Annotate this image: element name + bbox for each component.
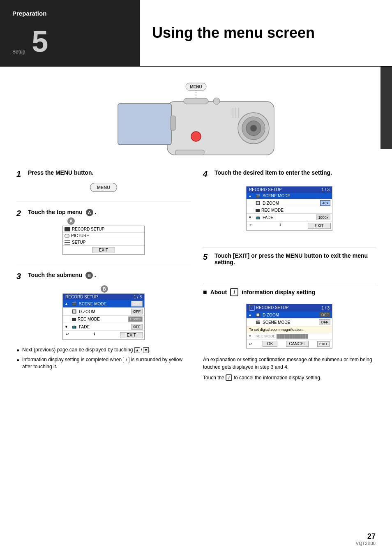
step-2-header: 2 Touch the top menu A . xyxy=(16,209,191,218)
about-diag-row-dzoom: ▲ 🔲 D.ZOOM OFF xyxy=(247,312,332,319)
menu-a-exit-btn[interactable]: EXIT xyxy=(92,247,115,253)
svg-point-12 xyxy=(191,132,201,141)
bullet-2: ● Information display setting is complet… xyxy=(16,356,191,370)
step-3-header: 3 Touch the submenu B . xyxy=(16,272,191,281)
header-left-panel: Preparation Setup 5 xyxy=(0,0,140,66)
menu-button-oval: MENU xyxy=(90,183,117,192)
ok-button[interactable]: OK xyxy=(263,341,277,347)
page-title: Using the menu screen xyxy=(152,24,315,42)
cancel-button[interactable]: CANCEL xyxy=(286,341,309,347)
menu-a-diagram-wrapper: A RECORD SETUP PICTURE SET xyxy=(16,222,191,258)
camera-diagram: MENU xyxy=(93,77,299,159)
preparation-label: Preparation xyxy=(12,10,127,17)
svg-rect-13 xyxy=(175,150,204,155)
info-square-icon: i xyxy=(230,288,238,296)
header-right-panel: Using the menu screen xyxy=(140,0,392,66)
circle-b-icon: B xyxy=(101,285,108,293)
step-2-text: Touch the top menu A . xyxy=(28,209,96,216)
step-4-row-fade: ▼ 📺 FADE 1000x xyxy=(247,214,332,222)
left-column: 1 Press the MENU button. MENU 2 Touch th… xyxy=(16,169,191,385)
step-4-exit-row: ↩ ℹ EXIT xyxy=(247,222,332,230)
step-4-exit-btn[interactable]: EXIT xyxy=(308,223,331,229)
menu-a-row-picture: PICTURE xyxy=(63,233,144,239)
about-diag-info-text: To set digital zoom magnification. xyxy=(247,326,332,333)
picture-icon xyxy=(65,234,69,238)
info-square-icon-2: i xyxy=(226,374,232,381)
label-a: A xyxy=(86,209,93,216)
menu-b-diagram-container: B RECORD SETUP 1 / 3 ▲ 🎬 SCENE MODE OFF xyxy=(16,285,191,343)
setup-icon xyxy=(65,240,70,245)
record-setup-icon xyxy=(65,227,70,231)
step-4-row-scene: ▲ 🎬 SCENE MODE xyxy=(247,193,332,199)
about-info-icon: i xyxy=(249,305,255,311)
about-header: ■ About i information display setting xyxy=(203,288,376,296)
svg-text:MENU: MENU xyxy=(190,85,202,89)
step-5-number: 5 xyxy=(203,252,211,262)
page-footer: 27 VQT2B30 xyxy=(356,532,376,546)
menu-a-exit-row: EXIT xyxy=(63,246,144,254)
step-3-number: 3 xyxy=(16,272,25,281)
step-4-diagram-wrapper: RECORD SETUP 1 / 3 ▲ 🎬 SCENE MODE 🔲 D.ZO… xyxy=(203,183,376,234)
label-b: B xyxy=(85,272,93,279)
menu-b-exit-btn[interactable]: EXIT xyxy=(120,332,143,338)
step-4-row-rec: REC MODE xyxy=(247,207,332,214)
about-diag-row-recmode: ▼ REC MODE ████████████ xyxy=(247,333,332,339)
svg-point-8 xyxy=(213,98,220,104)
step-1-text: Press the MENU button. xyxy=(28,169,93,176)
about-exit-btn[interactable]: EXIT xyxy=(317,341,330,347)
step-4-diag-header: RECORD SETUP 1 / 3 xyxy=(247,187,332,193)
info-icon-bullet: i xyxy=(123,357,129,363)
right-column: 4 Touch the desired item to enter the se… xyxy=(203,169,376,385)
menu-b-exit-row: ↩ ℹ EXIT xyxy=(63,331,144,339)
about-diagram: i RECORD SETUP 1 / 3 ▲ 🔲 D.ZOOM OFF 🎬 xyxy=(246,304,332,349)
step-4-text: Touch the desired item to enter the sett… xyxy=(214,169,332,176)
about-diag-ok-row: ↩ OK CANCEL EXIT xyxy=(247,339,332,348)
doc-id: VQT2B30 xyxy=(356,541,376,546)
menu-b-diagram: RECORD SETUP 1 / 3 ▲ 🎬 SCENE MODE OFF 🔲 xyxy=(62,293,145,340)
bullet-list: ● Next (previous) page can be displayed … xyxy=(16,346,191,370)
step-1: 1 Press the MENU button. MENU xyxy=(16,169,191,201)
step-5-header: 5 Touch [EXIT] or press the MENU button … xyxy=(203,252,376,265)
page-number: 27 xyxy=(356,532,376,541)
menu-button-illustration: MENU xyxy=(16,183,191,192)
step-1-number: 1 xyxy=(16,169,25,179)
explanation-text: An explanation or setting confirmation m… xyxy=(203,356,376,381)
about-diagram-wrapper: i RECORD SETUP 1 / 3 ▲ 🔲 D.ZOOM OFF 🎬 xyxy=(203,300,376,352)
step-4-row-dzoom: 🔲 D.ZOOM 40x xyxy=(247,199,332,207)
svg-rect-5 xyxy=(118,104,171,145)
menu-b-row-fade: ▼ 📺 FADE OFF xyxy=(63,323,144,331)
rec-mode-icon-2 xyxy=(256,209,260,212)
menu-b-row-scene: ▲ 🎬 SCENE MODE OFF xyxy=(63,300,144,308)
chapter-number: 5 xyxy=(32,27,48,56)
about-section: ■ About i information display setting i … xyxy=(203,288,376,381)
step-1-header: 1 Press the MENU button. xyxy=(16,169,191,179)
menu-b-row-dzoom: 🔲 D.ZOOM OFF xyxy=(63,308,144,316)
step-divider-5-about xyxy=(203,283,376,283)
step-4-diagram: RECORD SETUP 1 / 3 ▲ 🎬 SCENE MODE 🔲 D.ZO… xyxy=(246,186,332,231)
about-diag-row-scene: 🎬 SCENE MODE OFF xyxy=(247,319,332,326)
step-5: 5 Touch [EXIT] or press the MENU button … xyxy=(203,252,376,275)
step-5-text: Touch [EXIT] or press the MENU button to… xyxy=(214,252,376,265)
menu-b-row-rec: REC MODE HG920 xyxy=(63,316,144,323)
menu-b-header: RECORD SETUP 1 / 3 xyxy=(63,294,144,300)
step-3-text: Touch the submenu B . xyxy=(28,272,96,279)
camera-section: MENU xyxy=(0,67,392,165)
step-2-number: 2 xyxy=(16,209,25,218)
menu-a-row-record: RECORD SETUP xyxy=(63,226,144,233)
arrow-keys: ▲/▼ xyxy=(134,346,149,353)
step-4-header: 4 Touch the desired item to enter the se… xyxy=(203,169,376,179)
camera-illustration: MENU xyxy=(93,77,299,159)
svg-point-4 xyxy=(250,125,257,132)
header: Preparation Setup 5 Using the menu scree… xyxy=(0,0,392,67)
menu-a-row-setup: SETUP xyxy=(63,239,144,246)
about-diag-header: i RECORD SETUP 1 / 3 xyxy=(247,304,332,312)
svg-rect-7 xyxy=(184,98,208,104)
step-2: 2 Touch the top menu A . A RECORD S xyxy=(16,209,191,264)
menu-a-diagram: RECORD SETUP PICTURE SETUP EXIT xyxy=(62,226,145,255)
rec-mode-icon xyxy=(72,318,76,321)
main-content: 1 Press the MENU button. MENU 2 Touch th… xyxy=(0,165,392,394)
setup-label: Setup xyxy=(12,49,25,55)
right-sidebar-decoration xyxy=(380,67,392,149)
step-divider-4-5 xyxy=(203,247,376,247)
step-4: 4 Touch the desired item to enter the se… xyxy=(203,169,376,240)
